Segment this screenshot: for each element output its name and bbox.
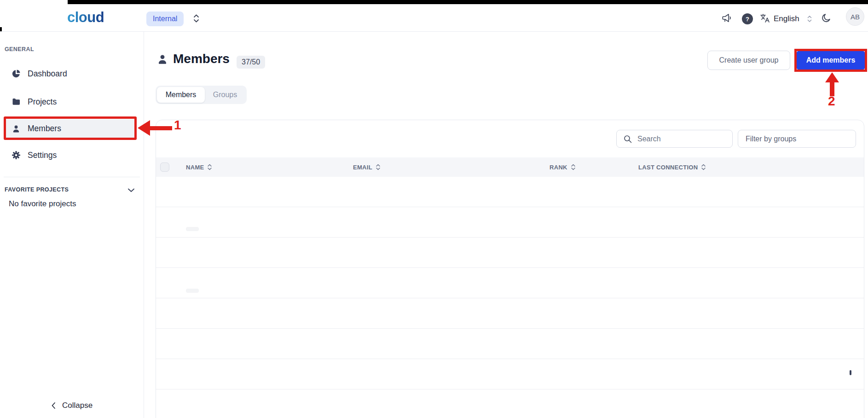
user-avatar[interactable]: AB <box>846 7 864 26</box>
language-icon[interactable] <box>759 13 770 24</box>
sidebar-item-label: Members <box>28 124 61 134</box>
column-header-last-connection[interactable]: LAST CONNECTION <box>638 157 706 177</box>
stray-text-mark <box>850 370 851 375</box>
redacted-smudge <box>186 289 199 293</box>
sort-icon[interactable] <box>376 163 381 171</box>
chevron-left-icon <box>51 401 56 410</box>
sidebar-item-dashboard[interactable]: Dashboard <box>6 64 135 83</box>
annotation-arrow-step1 <box>138 120 150 136</box>
redacted-smudge <box>186 227 199 231</box>
search-box[interactable] <box>616 130 733 148</box>
sort-icon[interactable] <box>701 163 706 171</box>
tab-groups[interactable]: Groups <box>205 87 245 103</box>
sidebar-divider <box>4 177 140 177</box>
table-header-row: NAME EMAIL RANK LAST CONNECTION <box>156 157 864 177</box>
language-selector[interactable]: English <box>774 14 799 23</box>
table-body <box>156 177 864 418</box>
gear-icon <box>12 151 21 160</box>
folder-icon <box>12 97 21 106</box>
members-groups-tabs: Members Groups <box>156 86 247 104</box>
select-all-checkbox[interactable] <box>160 163 169 172</box>
sidebar-item-projects[interactable]: Projects <box>6 93 135 111</box>
chevron-down-icon[interactable] <box>127 186 135 194</box>
table-row[interactable] <box>156 389 864 418</box>
left-edge-mark <box>0 27 2 31</box>
search-icon <box>623 134 632 144</box>
sort-icon[interactable] <box>571 163 576 171</box>
organization-switcher-icon[interactable] <box>192 12 200 24</box>
annotation-arrow-step2 <box>825 72 839 82</box>
collapse-sidebar-button[interactable]: Collapse <box>51 401 93 410</box>
page-title: Members <box>173 52 230 66</box>
sidebar-section-general: GENERAL <box>5 46 34 52</box>
filter-by-groups-dropdown[interactable]: Filter by groups <box>738 130 856 148</box>
search-input[interactable] <box>637 135 726 143</box>
sidebar-item-label: Settings <box>28 151 57 160</box>
sidebar-item-label: Projects <box>28 97 57 107</box>
annotation-number-2: 2 <box>828 94 835 109</box>
members-table-card: Filter by groups NAME EMAIL RANK LAST CO… <box>156 120 864 418</box>
members-title-icon <box>156 53 168 65</box>
table-row[interactable] <box>156 298 864 329</box>
sidebar-item-label: Dashboard <box>28 69 67 79</box>
annotation-number-1: 1 <box>174 118 181 133</box>
person-icon <box>12 124 21 134</box>
table-row[interactable] <box>156 329 864 359</box>
column-header-rank[interactable]: RANK <box>550 157 576 177</box>
favorite-projects-header[interactable]: FAVORITE PROJECTS <box>5 186 69 193</box>
column-header-email[interactable]: EMAIL <box>353 157 381 177</box>
cloud-logo[interactable]: cloud <box>67 9 104 26</box>
language-chevron-icon <box>807 15 813 23</box>
sidebar: GENERAL Dashboard Projects Members <box>0 32 144 418</box>
create-user-group-button[interactable]: Create user group <box>707 51 790 70</box>
tab-members[interactable]: Members <box>157 87 205 103</box>
top-black-bar <box>68 0 868 4</box>
table-row[interactable] <box>156 207 864 238</box>
annotation-box-step2: Add members <box>794 49 867 72</box>
sidebar-item-settings[interactable]: Settings <box>6 146 135 164</box>
favorites-empty-text: No favorite projects <box>9 199 76 209</box>
table-row[interactable] <box>156 359 864 389</box>
table-row[interactable] <box>156 177 864 207</box>
sidebar-item-members[interactable]: Members <box>6 119 135 138</box>
table-row[interactable] <box>156 238 864 268</box>
topbar: cloud Internal ? English <box>0 0 868 32</box>
organization-badge[interactable]: Internal <box>146 12 184 26</box>
dark-mode-icon[interactable] <box>821 12 832 23</box>
column-header-name[interactable]: NAME <box>186 157 212 177</box>
pie-chart-icon <box>12 69 21 78</box>
collapse-label: Collapse <box>62 401 93 410</box>
members-page: cloud Internal ? English <box>0 0 868 418</box>
members-count-badge: 37/50 <box>237 56 265 69</box>
table-row[interactable] <box>156 268 864 298</box>
add-members-button[interactable]: Add members <box>797 51 865 70</box>
announcements-icon[interactable] <box>721 12 733 24</box>
sort-icon[interactable] <box>207 163 212 171</box>
help-icon[interactable]: ? <box>742 13 753 24</box>
annotation-arrow-shaft-step1 <box>150 126 172 130</box>
